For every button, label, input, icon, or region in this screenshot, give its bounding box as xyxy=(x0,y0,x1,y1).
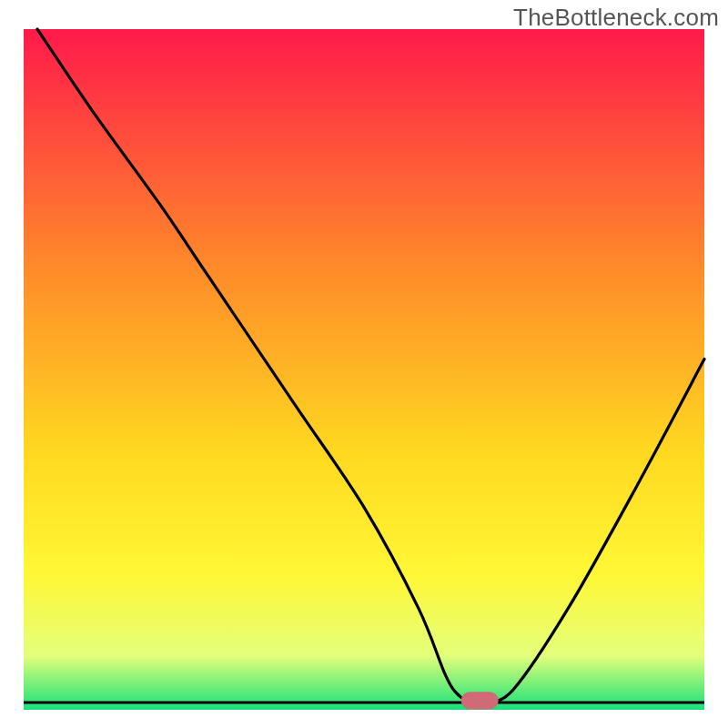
bottleneck-chart: TheBottleneck.com xyxy=(0,0,728,728)
watermark-text: TheBottleneck.com xyxy=(513,4,719,32)
bottleneck-curve xyxy=(37,29,704,703)
curve-layer xyxy=(24,29,704,703)
optimum-marker xyxy=(461,692,499,709)
plot-area xyxy=(24,29,704,703)
